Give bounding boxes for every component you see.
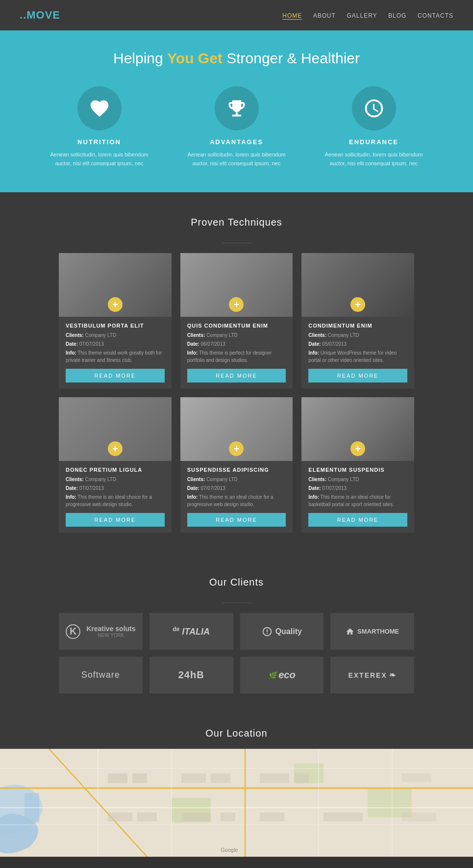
card-2-plus[interactable]: +: [229, 297, 244, 312]
card-6-plus[interactable]: +: [350, 441, 365, 456]
eco-logo: 🌿 eco: [268, 669, 295, 681]
svg-rect-18: [211, 773, 230, 783]
nutrition-desc: Aenean sollicitudin, lorem quis bibendum…: [50, 151, 149, 168]
card-6-image: +: [301, 397, 414, 461]
card-2: + QUIS CONDIMENTUM ENIM Clients: Company…: [180, 253, 293, 388]
clock-icon: [363, 98, 385, 119]
card-2-date: Date: 06/07/2013: [187, 340, 286, 348]
nutrition-label: NUTRITION: [50, 138, 149, 146]
24hb-logo: 24hB: [178, 669, 204, 681]
client-smarthome[interactable]: SMARTHOME: [330, 613, 414, 650]
nav-contacts[interactable]: CONTACTS: [418, 12, 453, 19]
quality-circle-icon: [262, 626, 273, 637]
card-3-title: CONDIMENTUM ENIM: [308, 323, 407, 329]
hero-headline: Helping You Get Stronger & Healthier: [10, 50, 463, 67]
card-1-body: VESTIBULUM PORTA ELIT Clients: Company L…: [59, 317, 172, 388]
hero-highlight: You Get: [167, 50, 223, 66]
svg-rect-26: [324, 813, 363, 821]
card-5-plus[interactable]: +: [229, 441, 244, 456]
card-5-body: SUSPENDISSE ADIPISCING Clients: Company …: [180, 461, 293, 533]
svg-rect-23: [181, 813, 211, 821]
svg-rect-21: [108, 813, 132, 821]
card-3-client: Clients: Company LTD: [308, 332, 407, 339]
exterex-logo: EXTEREX ❧: [348, 670, 396, 680]
card-2-body: QUIS CONDIMENTUM ENIM Clients: Company L…: [180, 317, 293, 388]
card-5-date: Date: 07/07/2013: [187, 485, 286, 492]
quality-logo: Quality: [262, 626, 302, 637]
client-software[interactable]: Software: [59, 657, 143, 693]
trophy-icon: [226, 98, 248, 119]
features-row: NUTRITION Aenean sollicitudin, lorem qui…: [10, 86, 463, 168]
nav-home[interactable]: HOME: [282, 12, 302, 20]
advantages-icon-circle: [215, 86, 259, 130]
svg-rect-17: [181, 773, 206, 783]
techniques-title: Proven Techniques: [59, 217, 414, 228]
kreative-k-icon: K: [66, 624, 80, 639]
footer: .MOVE MOVE © 2014 | PRIVACY POLICY: [0, 857, 473, 868]
card-2-title: QUIS CONDIMENTUM ENIM: [187, 323, 286, 329]
card-2-info: Info: This theme is perfect for designer…: [187, 349, 286, 364]
nav-gallery[interactable]: GALLERY: [347, 12, 377, 19]
card-5-read-more[interactable]: READ MORE: [187, 513, 286, 527]
card-3-read-more[interactable]: READ MORE: [308, 369, 407, 383]
client-italia[interactable]: de ITALIA: [149, 613, 233, 650]
feature-nutrition: NUTRITION Aenean sollicitudin, lorem qui…: [50, 86, 149, 168]
endurance-label: ENDURANCE: [325, 138, 423, 146]
card-1-title: VESTIBULUM PORTA ELIT: [66, 323, 165, 329]
card-3: + CONDIMENTUM ENIM Clients: Company LTD …: [301, 253, 414, 388]
card-2-client: Clients: Company LTD: [187, 332, 286, 339]
card-6: + ELEMENTUM SUSPENDIS Clients: Company L…: [301, 397, 414, 533]
card-3-info: Info: Unique WordPress theme for video p…: [308, 349, 407, 364]
card-6-client: Clients: Company LTD: [308, 476, 407, 484]
card-4-plus[interactable]: +: [108, 441, 123, 456]
clients-title: Our Clients: [59, 577, 414, 588]
card-1-read-more[interactable]: READ MORE: [66, 369, 165, 383]
clients-grid: K Kreative solutsNEW YORK de ITALIA Qual…: [59, 613, 414, 693]
card-1-plus[interactable]: +: [108, 297, 123, 312]
nav-blog[interactable]: BLOG: [388, 12, 406, 19]
card-2-image: +: [180, 253, 293, 317]
techniques-section: Proven Techniques + VESTIBULUM PORTA ELI…: [0, 192, 473, 557]
svg-rect-28: [402, 813, 436, 821]
card-4-read-more[interactable]: READ MORE: [66, 513, 165, 527]
techniques-divider: [222, 243, 251, 243]
client-kreative[interactable]: K Kreative solutsNEW YORK: [59, 613, 143, 650]
card-3-body: CONDIMENTUM ENIM Clients: Company LTD Da…: [301, 317, 414, 388]
eco-leaf-icon: 🌿: [268, 671, 276, 679]
card-5-image: +: [180, 397, 293, 461]
card-4-client: Clients: Company LTD: [66, 476, 165, 484]
smarthome-logo: SMARTHOME: [346, 627, 399, 636]
heart-icon: [89, 98, 110, 119]
logo-text: .MOVE: [23, 9, 60, 21]
nutrition-icon-circle: [77, 86, 122, 130]
map-container[interactable]: Google: [0, 749, 473, 857]
software-logo: Software: [81, 670, 120, 680]
card-3-image: +: [301, 253, 414, 317]
exterex-wing-icon: ❧: [389, 670, 397, 680]
svg-rect-24: [221, 813, 235, 821]
advantages-label: ADVANTAGES: [188, 138, 286, 146]
card-6-title: ELEMENTUM SUSPENDIS: [308, 467, 407, 473]
svg-rect-16: [132, 773, 147, 783]
card-5-client: Clients: Company LTD: [187, 476, 286, 484]
svg-rect-22: [137, 813, 157, 821]
main-nav: HOME ABOUT GALLERY BLOG CONTACTS: [274, 11, 453, 20]
feature-endurance: ENDURANCE Aenean sollicitudin, lorem qui…: [325, 86, 423, 168]
kreative-logo: K Kreative solutsNEW YORK: [66, 624, 135, 639]
nav-about[interactable]: ABOUT: [313, 12, 336, 19]
map-svg: Google: [0, 749, 473, 857]
card-2-read-more[interactable]: READ MORE: [187, 369, 286, 383]
hero-section: Helping You Get Stronger & Healthier NUT…: [0, 30, 473, 192]
client-quality[interactable]: Quality: [240, 613, 324, 650]
card-1-info: Info: This theme would work greatly both…: [66, 349, 165, 364]
smarthome-house-icon: [346, 627, 354, 636]
card-1: + VESTIBULUM PORTA ELIT Clients: Company…: [59, 253, 172, 388]
client-exterex[interactable]: EXTEREX ❧: [330, 657, 414, 693]
client-eco[interactable]: 🌿 eco: [240, 657, 324, 693]
card-6-read-more[interactable]: READ MORE: [308, 513, 407, 527]
card-4: + DONEC PRETIUM LIGULA Clients: Company …: [59, 397, 172, 533]
client-24hb[interactable]: 24hB: [149, 657, 233, 693]
card-1-date: Date: 07/07/2013: [66, 340, 165, 348]
card-3-plus[interactable]: +: [350, 297, 365, 312]
endurance-icon-circle: [352, 86, 396, 130]
